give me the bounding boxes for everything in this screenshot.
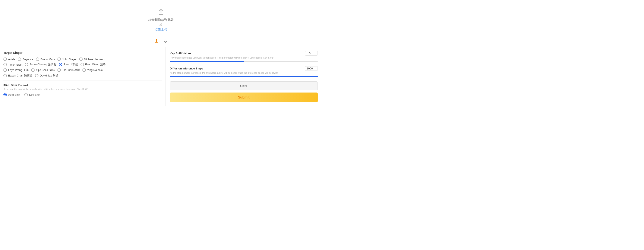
singer-johnmayer[interactable]: John Mayer — [58, 58, 77, 61]
clear-button[interactable]: Clear — [170, 81, 318, 90]
radio-fengwang[interactable] — [80, 63, 84, 66]
singer-row-1: Adele Beyonce Bruno Mars John Mayer Mich… — [4, 58, 162, 61]
radio-yingna[interactable] — [82, 68, 86, 72]
radio-easonchan[interactable] — [4, 74, 7, 77]
singer-brunomars[interactable]: Bruno Mars — [36, 58, 55, 61]
singer-taylorswift-label: Taylor Swift — [8, 63, 22, 66]
radio-taylorswift[interactable] — [4, 63, 7, 66]
key-shift-desc: How many semitones you want to transpose… — [170, 56, 318, 59]
radio-keyshift[interactable] — [24, 93, 28, 96]
right-panel: Key Shift Values How many semitones you … — [166, 47, 322, 106]
singer-michaeljackson[interactable]: Michael Jackson — [79, 58, 104, 61]
key-shift-header: Key Shift Values — [170, 51, 318, 56]
radio-michaeljackson[interactable] — [79, 58, 83, 61]
diffusion-slider-fill — [170, 76, 318, 77]
diffusion-title: Diffusion Inference Steps — [170, 67, 203, 70]
singer-row-3: Faye Wong 王菲 Yijie Shi 石倚洁 Tsai Chin 蔡琴 … — [4, 68, 162, 72]
key-shift-title: Key Shift Values — [170, 52, 191, 55]
singer-tsaichin[interactable]: Tsai Chin 蔡琴 — [58, 68, 80, 72]
radio-adele[interactable] — [4, 58, 7, 61]
radio-autoshift[interactable] — [4, 93, 7, 96]
click-upload-link[interactable]: 点击上传 — [154, 28, 168, 32]
singer-taylorswift[interactable]: Taylor Swift — [4, 63, 22, 67]
singer-brunomars-label: Bruno Mars — [40, 58, 55, 61]
divider — [4, 81, 162, 81]
diffusion-input[interactable] — [305, 66, 318, 71]
singer-michaeljackson-label: Michael Jackson — [84, 58, 104, 61]
singer-fengwang-label: Feng Wang 汪峰 — [85, 63, 106, 67]
singer-jackycheung[interactable]: Jacky Cheung 张学友 — [25, 63, 56, 67]
radio-johnmayer[interactable] — [58, 58, 61, 61]
pitch-shift-title: Pitch Shift Control — [4, 84, 162, 87]
singer-beyonce[interactable]: Beyonce — [18, 58, 33, 61]
diffusion-slider-track[interactable] — [170, 76, 318, 77]
radio-beyonce[interactable] — [18, 58, 21, 61]
singer-adele[interactable]: Adele — [4, 58, 15, 61]
radio-tsaichin[interactable] — [58, 68, 61, 72]
pitch-keyshift[interactable]: Key Shift — [24, 93, 40, 96]
singer-fayewong-label: Faye Wong 王菲 — [8, 68, 28, 72]
singer-row-2: Taylor Swift Jacky Cheung 张学友 Jian Li 李健… — [4, 63, 162, 67]
singer-jackycheung-label: Jacky Cheung 张学友 — [30, 63, 56, 67]
singer-yingna[interactable]: Ying Na 那英 — [82, 68, 103, 72]
singer-easonchan[interactable]: Eason Chan 陈奕迅 — [4, 74, 32, 78]
singer-johnmayer-label: John Mayer — [62, 58, 77, 61]
svg-rect-0 — [165, 39, 166, 41]
singer-yijieshi[interactable]: Yijie Shi 石倚洁 — [31, 68, 55, 72]
submit-button[interactable]: Submit — [170, 93, 318, 102]
pitch-shift-desc: If you want to control the specific pitc… — [4, 88, 162, 90]
singer-davidtao-label: David Tao 陶喆 — [40, 74, 58, 78]
radio-fayewong[interactable] — [4, 68, 7, 72]
singer-tsaichin-label: Tsai Chin 蔡琴 — [62, 68, 80, 72]
main-content: Target Singer Adele Beyonce Bruno Mars J… — [0, 47, 322, 106]
upload-icon — [158, 9, 164, 16]
pitch-options: Auto Shift Key Shift — [4, 93, 162, 96]
radio-jianli[interactable] — [59, 63, 62, 66]
divider-toolbar — [0, 36, 322, 47]
singer-davidtao[interactable]: David Tao 陶喆 — [35, 74, 58, 78]
pitch-autoshift[interactable]: Auto Shift — [4, 93, 20, 96]
upload-area[interactable]: 将音频拖放到此处 - 或 - 点击上传 — [0, 0, 322, 36]
key-shift-slider-track[interactable] — [170, 61, 318, 62]
target-singer-title: Target Singer — [4, 51, 162, 55]
singer-fengwang[interactable]: Feng Wang 汪峰 — [80, 63, 106, 67]
or-text: - 或 - — [158, 23, 164, 27]
keyshift-label: Key Shift — [29, 93, 40, 96]
singer-adele-label: Adele — [8, 58, 15, 61]
drag-text: 将音频拖放到此处 — [148, 18, 174, 22]
singer-yingna-label: Ying Na 那英 — [87, 68, 103, 72]
key-shift-block: Key Shift Values How many semitones you … — [170, 51, 318, 62]
autoshift-label: Auto Shift — [8, 93, 20, 96]
singer-jianli[interactable]: Jian Li 李健 — [59, 63, 78, 67]
singer-row-4: Eason Chan 陈奕迅 David Tao 陶喆 — [4, 74, 162, 78]
singer-beyonce-label: Beyonce — [22, 58, 33, 61]
singer-yijieshi-label: Yijie Shi 石倚洁 — [36, 68, 55, 72]
radio-davidtao[interactable] — [35, 74, 38, 77]
radio-jackycheung[interactable] — [25, 63, 28, 66]
action-buttons: Clear Submit — [170, 81, 318, 102]
mic-toolbar-icon[interactable] — [163, 39, 168, 45]
diffusion-desc: As the step number increases, the synthe… — [170, 72, 318, 74]
key-shift-input[interactable] — [305, 51, 318, 56]
key-shift-slider-fill — [170, 61, 244, 62]
singer-easonchan-label: Eason Chan 陈奕迅 — [8, 74, 32, 78]
singer-fayewong[interactable]: Faye Wong 王菲 — [4, 68, 28, 72]
diffusion-block: Diffusion Inference Steps As the step nu… — [170, 66, 318, 77]
radio-brunomars[interactable] — [36, 58, 39, 61]
upload-toolbar-icon[interactable] — [154, 39, 159, 45]
diffusion-header: Diffusion Inference Steps — [170, 66, 318, 71]
radio-yijieshi[interactable] — [31, 68, 34, 72]
left-panel: Target Singer Adele Beyonce Bruno Mars J… — [0, 47, 166, 106]
singer-jianli-label: Jian Li 李健 — [64, 63, 78, 67]
